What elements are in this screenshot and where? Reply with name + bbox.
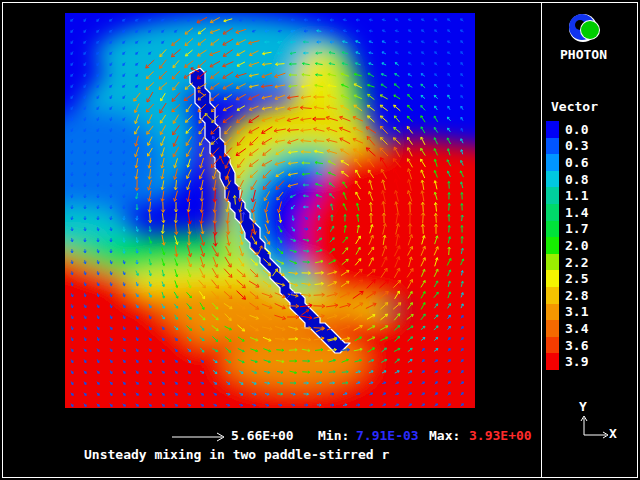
legend-entry: 1.1 — [546, 187, 588, 204]
legend-entry: 3.9 — [546, 353, 588, 370]
legend-swatch — [546, 320, 559, 337]
legend-value: 0.8 — [565, 172, 588, 187]
legend-swatch — [546, 304, 559, 321]
x-axis-label: X — [609, 426, 617, 441]
legend-value: 2.0 — [565, 238, 588, 253]
legend-swatch — [546, 353, 559, 370]
legend-swatch — [546, 187, 559, 204]
legend-value: 2.8 — [565, 288, 588, 303]
legend-value: 0.3 — [565, 138, 588, 153]
legend-swatch — [546, 204, 559, 221]
legend-value: 3.6 — [565, 338, 588, 353]
legend-entry: 3.4 — [546, 320, 588, 337]
max-value: 3.93E+00 — [469, 428, 532, 443]
photon-window: PHOTON Vector 0.00.30.60.81.11.41.72.02.… — [0, 0, 640, 480]
legend-value: 3.9 — [565, 354, 588, 369]
legend-swatch — [546, 287, 559, 304]
cfd-plot-viewport[interactable] — [65, 13, 475, 408]
legend-entry: 0.6 — [546, 154, 588, 171]
legend-value: 2.2 — [565, 255, 588, 270]
logo-label: PHOTON — [560, 47, 607, 62]
legend-swatch — [546, 237, 559, 254]
legend-value: 0.6 — [565, 155, 588, 170]
legend-value: 3.4 — [565, 321, 588, 336]
legend-entry: 2.2 — [546, 254, 588, 271]
photon-logo-icon — [566, 11, 604, 47]
legend-value: 0.0 — [565, 122, 588, 137]
legend-entry: 2.0 — [546, 237, 588, 254]
legend-swatch — [546, 254, 559, 271]
legend-value: 1.7 — [565, 221, 588, 236]
legend-value: 1.1 — [565, 188, 588, 203]
plot-caption: Unsteady mixing in two paddle-stirred r — [84, 447, 389, 462]
legend-entry: 2.5 — [546, 270, 588, 287]
legend-swatch — [546, 138, 559, 155]
legend-swatch — [546, 171, 559, 188]
legend-entry: 0.3 — [546, 138, 588, 155]
legend-swatch — [546, 270, 559, 287]
legend-swatch — [546, 221, 559, 238]
legend-value: 3.1 — [565, 304, 588, 319]
legend-swatch — [546, 121, 559, 138]
legend-entry: 3.1 — [546, 304, 588, 321]
legend-entry: 0.8 — [546, 171, 588, 188]
legend-value: 2.5 — [565, 271, 588, 286]
legend-swatch — [546, 154, 559, 171]
reference-vector-icon — [170, 431, 230, 443]
legend-entry: 1.4 — [546, 204, 588, 221]
max-label: Max: — [429, 428, 460, 443]
legend-swatch — [546, 337, 559, 354]
legend-value: 1.4 — [565, 205, 588, 220]
legend-entry: 1.7 — [546, 221, 588, 238]
legend-scale: 0.00.30.60.81.11.41.72.02.22.52.83.13.43… — [546, 121, 588, 370]
legend-title: Vector — [551, 99, 598, 114]
min-label: Min: — [318, 428, 349, 443]
panel-divider — [541, 2, 542, 478]
legend-entry: 3.6 — [546, 337, 588, 354]
y-axis-label: Y — [579, 399, 587, 414]
legend-entry: 2.8 — [546, 287, 588, 304]
legend-entry: 0.0 — [546, 121, 588, 138]
reference-vector-value: 5.66E+00 — [231, 428, 294, 443]
min-value: 7.91E-03 — [356, 428, 419, 443]
